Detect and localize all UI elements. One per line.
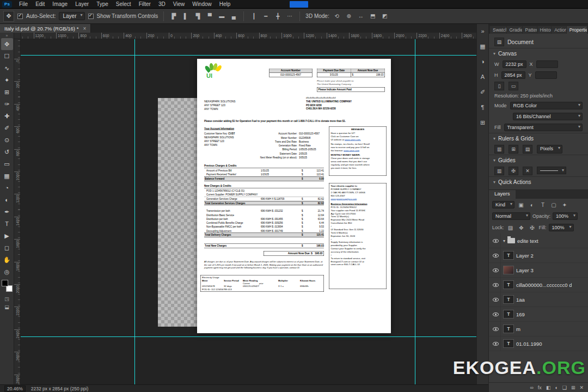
shape-tool[interactable]: ◻ (1, 242, 13, 254)
type-tool[interactable]: T (1, 218, 13, 230)
guides-section-header[interactable]: ▾ Guides (489, 155, 588, 166)
filter-pixel-layers-icon[interactable]: ▣ (517, 200, 525, 209)
visibility-eye-icon[interactable] (491, 322, 501, 336)
3d-rotate-icon[interactable]: ⟲ (333, 12, 341, 21)
menu-item[interactable]: View (169, 1, 189, 8)
layer-effects-icon[interactable]: fx (538, 385, 542, 390)
layer-row[interactable]: ▾ m (489, 322, 588, 336)
bit-depth-dropdown[interactable]: 16 Bits/Channel (513, 113, 583, 120)
crop-tool[interactable]: ⊞ (1, 86, 13, 98)
layer-mask-icon[interactable]: ◧ (546, 385, 551, 390)
canvas-height-field[interactable]: 2854 px (501, 71, 525, 79)
layer-row[interactable]: ▾ Layer 2 (489, 248, 588, 263)
clear-guides-icon[interactable]: ✕ (523, 167, 532, 175)
menu-item[interactable]: Filter (135, 1, 155, 8)
type-panel-icon[interactable]: A (478, 72, 488, 82)
rulers-grids-section-header[interactable]: ▾ Rulers & Grids (489, 133, 588, 144)
color-swatches[interactable] (2, 280, 13, 292)
filter-type-layers-icon[interactable]: T (538, 200, 547, 209)
hand-tool[interactable]: ✋ (1, 254, 13, 266)
panel-tab[interactable]: Patter (523, 26, 537, 34)
history-brush-tool[interactable]: ↺ (1, 146, 13, 158)
guide-vertical[interactable] (415, 39, 415, 384)
landscape-orientation-icon[interactable]: ▭ (509, 82, 518, 90)
dodge-tool[interactable]: ◐ (1, 194, 13, 206)
spot-healing-tool[interactable]: ✚ (1, 110, 13, 122)
horizontal-ruler[interactable]: 1200 1000 800 600 400 200 0 200 400 600 … (21, 33, 476, 39)
panel-tab[interactable]: Properties (567, 26, 587, 34)
visibility-eye-icon[interactable] (491, 278, 501, 292)
3d-slide-icon[interactable]: ⬒ (369, 12, 377, 21)
brush-tool[interactable]: ✐ (1, 122, 13, 134)
close-tab-icon[interactable]: × (83, 26, 86, 32)
delete-layer-icon[interactable]: ✕ (579, 385, 584, 390)
screen-mode-icon[interactable]: ⬓ (4, 303, 9, 311)
show-transform-checkbox[interactable] (88, 14, 94, 19)
color-mode-dropdown[interactable]: RGB Color (510, 102, 583, 109)
layers-tab[interactable]: Layers (489, 190, 516, 199)
clone-stamp-tool[interactable]: ⊙ (1, 134, 13, 146)
menu-item[interactable]: File (15, 1, 32, 8)
panel-tab[interactable]: Histor (537, 26, 552, 34)
adjustments-panel-icon[interactable]: ◑ (478, 57, 488, 66)
3d-roll-icon[interactable]: ⊕ (345, 12, 353, 21)
toggle-grid-icon[interactable]: ⊞ (509, 145, 518, 154)
opacity-field[interactable]: 100% (553, 212, 578, 220)
link-layers-icon[interactable]: ∞ (530, 385, 533, 390)
lasso-tool[interactable]: ∿ (1, 62, 13, 74)
3d-scale-icon[interactable]: ◩ (381, 12, 389, 21)
quick-selection-tool[interactable]: ✦ (1, 74, 13, 86)
align-h-centers-icon[interactable]: ▌ (181, 12, 190, 21)
menu-item[interactable]: Type (93, 1, 112, 8)
align-right-edges-icon[interactable]: ▜ (193, 12, 202, 21)
paragraph-panel-icon[interactable]: ¶ (478, 102, 488, 112)
panel-tab[interactable]: Swatch (490, 26, 506, 34)
panel-tab[interactable]: Action (552, 26, 566, 34)
layer-row[interactable]: ▾ cilla000000...ccccccc0 d (489, 278, 588, 292)
align-bottom-edges-icon[interactable]: ▄ (229, 12, 238, 21)
panel-tab[interactable]: Gradie (507, 26, 522, 34)
layer-row[interactable]: ▾ 01.01.1990 (489, 336, 588, 351)
guide-horizontal[interactable] (21, 336, 476, 337)
layer-filter-kind-dropdown[interactable]: Kind (492, 201, 514, 209)
quick-actions-section-header[interactable]: ▾ Quick Actions (489, 176, 588, 187)
collapse-panels-icon[interactable]: » (478, 26, 488, 36)
glyphs-panel-icon[interactable]: ⊞ (478, 118, 488, 127)
canvas-x-field[interactable] (536, 60, 558, 68)
canvas-area[interactable]: UI Account Number 010-0000123-4567 Payme… (21, 39, 476, 384)
portrait-orientation-icon[interactable]: ▯ (494, 82, 504, 90)
visibility-eye-icon[interactable] (491, 292, 501, 307)
canvas-y-field[interactable] (535, 71, 557, 79)
snap-icon[interactable]: ▤ (523, 145, 532, 154)
guide-vertical[interactable] (134, 39, 135, 384)
lock-all-icon[interactable]: ✠ (528, 223, 537, 232)
layer-row[interactable]: ▾ Layer 3 (489, 263, 588, 278)
group-caret-icon[interactable]: ▾ (503, 238, 505, 243)
lock-guides-icon[interactable]: ✠ (509, 167, 518, 175)
auto-select-target-dropdown[interactable]: Layer (59, 12, 84, 20)
canvas-section-header[interactable]: ▾ Canvas (489, 48, 588, 59)
brush-settings-panel-icon[interactable]: ✐ (478, 87, 488, 97)
menu-item[interactable]: Edit (32, 1, 48, 8)
fill-opacity-field[interactable]: 100% (549, 224, 574, 231)
filter-shape-layers-icon[interactable]: ▢ (549, 200, 558, 209)
color-panel-icon[interactable]: ▦ (478, 41, 488, 51)
menu-item[interactable]: Help (216, 1, 235, 8)
fill-dropdown[interactable]: Transparent (504, 124, 583, 131)
align-left-edges-icon[interactable]: ▛ (169, 12, 178, 21)
filter-adjustment-layers-icon[interactable]: ◐ (528, 200, 536, 209)
distribute-horizontal-icon[interactable]: ┃ (249, 12, 258, 21)
blur-tool[interactable]: ◔ (1, 182, 13, 194)
auto-select-checkbox[interactable] (17, 14, 23, 19)
toggle-guides-icon[interactable]: ▥ (494, 167, 504, 175)
foreground-color-swatch[interactable] (2, 280, 8, 286)
zoom-tool[interactable]: ◎ (1, 266, 13, 278)
distribute-spacing-icon[interactable]: ╋ (273, 12, 282, 21)
filter-smart-objects-icon[interactable]: ✦ (560, 200, 569, 209)
document-tab[interactable]: Italy id.psd @ 20.7% (RGB/16) * × (0, 24, 91, 33)
marquee-tool[interactable]: ☐ (1, 50, 13, 62)
distribute-vertical-icon[interactable]: ━ (261, 12, 270, 21)
move-tool[interactable]: ✥ (1, 38, 13, 50)
new-group-icon[interactable]: ❑ (562, 385, 567, 390)
eyedropper-tool[interactable]: ✑ (1, 98, 13, 110)
